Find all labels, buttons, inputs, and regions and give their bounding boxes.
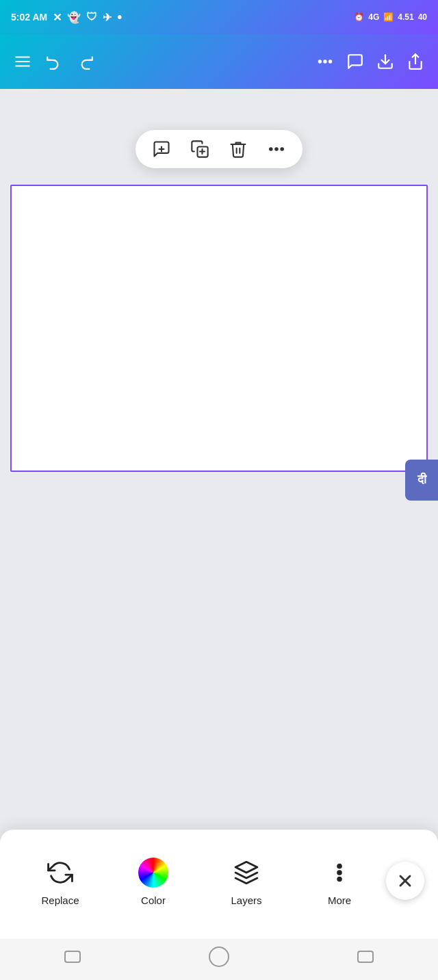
status-right: ⏰ 4G 📶 4.51 40 xyxy=(354,12,427,22)
toolbar-left xyxy=(14,53,94,70)
selected-element[interactable] xyxy=(10,185,428,472)
copy-element-button[interactable] xyxy=(188,137,212,161)
add-comment-button[interactable] xyxy=(149,137,174,161)
nav-back[interactable] xyxy=(64,951,81,963)
more-item[interactable]: More xyxy=(293,856,386,906)
close-button[interactable] xyxy=(386,862,424,900)
battery-label: 40 xyxy=(418,12,427,22)
snapchat-icon: 👻 xyxy=(67,11,81,24)
svg-marker-16 xyxy=(235,862,257,873)
svg-point-19 xyxy=(338,877,342,881)
dot-indicator: • xyxy=(117,10,122,25)
share-button[interactable] xyxy=(407,53,424,70)
main-toolbar xyxy=(0,34,438,89)
comment-button[interactable] xyxy=(346,53,364,70)
layers-icon xyxy=(230,856,263,889)
menu-button[interactable] xyxy=(14,53,31,70)
more-label: More xyxy=(328,895,351,906)
color-item[interactable]: Color xyxy=(107,856,200,906)
svg-point-13 xyxy=(270,148,272,150)
bottom-panel: Replace Color Layers More xyxy=(0,830,438,939)
more-icon xyxy=(323,856,356,889)
svg-point-15 xyxy=(281,148,283,150)
layers-label: Layers xyxy=(231,895,261,906)
alarm-icon: ⏰ xyxy=(354,12,364,22)
color-icon xyxy=(137,856,170,889)
download-button[interactable] xyxy=(376,53,394,70)
bottom-nav xyxy=(0,939,438,980)
more-options-button[interactable] xyxy=(316,53,334,70)
redo-button[interactable] xyxy=(77,53,94,70)
network-label: 4G xyxy=(368,12,379,22)
signal-icon: 📶 xyxy=(383,12,394,22)
status-left: 5:02 AM ✕ 👻 🛡 ✈ • xyxy=(11,10,122,25)
svg-point-18 xyxy=(338,871,342,874)
side-badge[interactable]: दी xyxy=(405,460,438,501)
floating-toolbar xyxy=(136,130,302,168)
layers-item[interactable]: Layers xyxy=(200,856,293,906)
svg-point-3 xyxy=(319,60,321,62)
svg-point-14 xyxy=(275,148,278,150)
nav-recent[interactable] xyxy=(357,951,374,963)
shield-icon: 🛡 xyxy=(86,11,97,23)
delete-element-button[interactable] xyxy=(226,137,250,161)
telegram-icon: ✈ xyxy=(103,11,112,24)
color-label: Color xyxy=(141,895,166,906)
replace-label: Replace xyxy=(41,895,79,906)
speed-label: 4.51 xyxy=(398,12,413,22)
svg-point-17 xyxy=(338,864,342,868)
svg-point-5 xyxy=(329,60,331,62)
status-time: 5:02 AM xyxy=(11,12,47,23)
replace-item[interactable]: Replace xyxy=(14,856,107,906)
floating-more-button[interactable] xyxy=(264,137,289,161)
canvas-area: दी xyxy=(0,89,438,871)
twitter-icon: ✕ xyxy=(53,11,62,24)
undo-button[interactable] xyxy=(45,53,63,70)
nav-home[interactable] xyxy=(209,946,229,967)
replace-icon xyxy=(44,856,77,889)
svg-point-4 xyxy=(324,60,326,62)
toolbar-right xyxy=(316,53,424,70)
status-bar: 5:02 AM ✕ 👻 🛡 ✈ • ⏰ 4G 📶 4.51 40 xyxy=(0,0,438,34)
